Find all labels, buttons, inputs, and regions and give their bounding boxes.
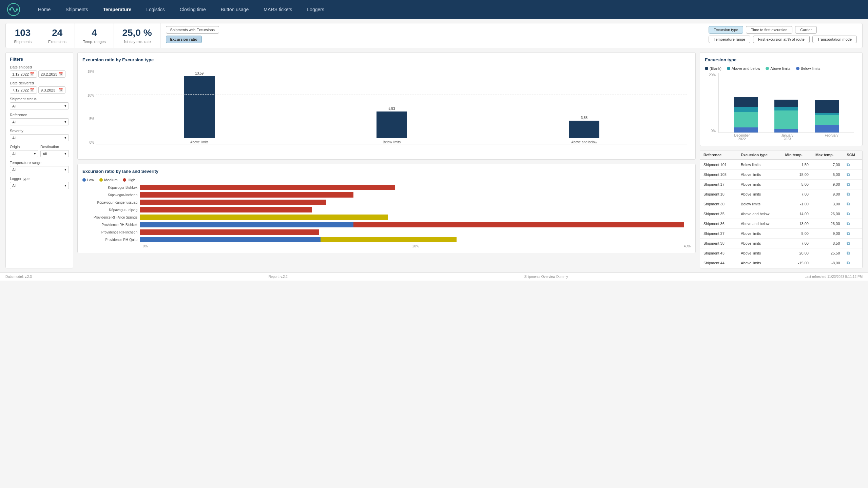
bar-above-below-rect — [569, 121, 599, 138]
nav-item-button-usage[interactable]: Button usage — [213, 0, 256, 19]
col-min-temp: Min temp. — [782, 150, 812, 160]
footer-report: Report: v.2.2 — [268, 275, 288, 279]
excursions-label: Excursions — [48, 40, 66, 44]
bar-above-limits: 13,59 Above limits — [184, 70, 215, 144]
legend-low: Low — [82, 178, 94, 182]
hbar-track — [140, 192, 691, 198]
table-row: Shipment 35Above and below14,0026,00⧉ — [700, 209, 862, 219]
link-icon[interactable]: ⧉ — [843, 209, 862, 219]
col-scm: SCM — [843, 150, 862, 160]
date-shipped-from[interactable]: 1.12.2022 📅 — [10, 70, 37, 78]
gridline — [96, 94, 687, 95]
table-header: Reference Excursion type Min temp. Max t… — [700, 150, 862, 160]
date-delivered-to[interactable]: 9.3.2023 📅 — [38, 86, 65, 94]
hbar-row-label: Providence RH-Alice Springs — [82, 216, 140, 219]
exc-rate-label: 1st day exc. rate — [122, 40, 152, 44]
rpill-first-excursion-at-%-of-route[interactable]: First excursion at % of route — [753, 36, 810, 43]
rpill-carrier[interactable]: Carrier — [795, 26, 817, 34]
destination-select[interactable]: All ▾ — [40, 150, 69, 157]
link-icon[interactable]: ⧉ — [843, 219, 862, 229]
nav-item-closing-time[interactable]: Closing time — [172, 0, 213, 19]
legend-dot-low — [82, 178, 86, 182]
rpill-temperature-range[interactable]: Temperature range — [709, 36, 750, 43]
reference-select[interactable]: All ▾ — [10, 118, 69, 125]
col-excursion-type: Excursion type — [737, 150, 782, 160]
col-max-temp: Max temp. — [812, 150, 843, 160]
filters-title: Filters — [10, 57, 69, 62]
link-icon[interactable]: ⧉ — [843, 160, 862, 170]
nav-item-mars-tickets[interactable]: MARS tickets — [256, 0, 300, 19]
legend-dot-blank — [705, 67, 708, 70]
hbar-chart: Kópavogur-BishkekKópavogur-IncheonKópavo… — [82, 185, 691, 248]
rpill-time-to-first-excursion[interactable]: Time to first excursion — [746, 26, 792, 34]
charts-area: Excursion ratio by Excursion type 15% 10… — [77, 52, 696, 268]
stacked-bar-feb — [815, 100, 839, 133]
legend-below: Below limits — [796, 66, 821, 70]
legend-dot-below — [796, 67, 799, 70]
hbar-track — [140, 207, 691, 212]
nav-item-loggers[interactable]: Loggers — [300, 0, 332, 19]
table-row: Shipment 30Below limits-1,003,00⧉ — [700, 199, 862, 209]
chart3-legend: (Blank) Above and below Above limits Bel… — [705, 66, 857, 70]
severity-group: Severity All ▾ — [10, 129, 69, 141]
calendar-icon: 📅 — [30, 72, 35, 76]
chart3-y-axis: 20% 0% — [705, 73, 717, 133]
legend-high: High — [123, 178, 135, 182]
top-stats-bar: 103 Shipments 24 Excursions 4 Temp. rang… — [5, 23, 863, 48]
nav-item-logistics[interactable]: Logistics — [139, 0, 172, 19]
link-icon[interactable]: ⧉ — [843, 199, 862, 209]
reference-label: Reference — [10, 113, 69, 117]
hbar-row-label: Providence RH-Incheon — [82, 230, 140, 234]
col-reference: Reference — [700, 150, 737, 160]
legend-blank: (Blank) — [705, 66, 721, 70]
date-shipped-group: Date shipped 1.12.2022 📅 28.2.2023 📅 — [10, 65, 69, 78]
date-shipped-row: 1.12.2022 📅 28.2.2023 📅 — [10, 70, 69, 78]
hbar-row: Kópavogur-Leipzig — [82, 207, 691, 212]
link-icon[interactable]: ⧉ — [843, 248, 862, 258]
link-icon[interactable]: ⧉ — [843, 258, 862, 268]
hbar-row: Providence RH-Bishkek — [82, 222, 691, 227]
date-shipped-to[interactable]: 28.2.2023 📅 — [38, 70, 65, 78]
link-icon[interactable]: ⧉ — [843, 180, 862, 189]
origin-select[interactable]: All ▾ — [10, 150, 38, 157]
date-delivered-from[interactable]: 7.12.2022 📅 — [10, 86, 37, 94]
severity-label: Severity — [10, 129, 69, 133]
shipment-status-select[interactable]: All ▾ — [10, 102, 69, 109]
table-row: Shipment 17Above limits-5,00-9,00⧉ — [700, 180, 862, 189]
chart3-body: 20% 0% — [705, 73, 857, 141]
navigation: HomeShipmentsTemperatureLogisticsClosing… — [0, 0, 868, 19]
data-table: Reference Excursion type Min temp. Max t… — [700, 150, 862, 268]
excursion-table: Reference Excursion type Min temp. Max t… — [700, 150, 863, 268]
chart2-title: Excursion ratio by lane and Severity — [82, 169, 691, 174]
severity-select[interactable]: All ▾ — [10, 134, 69, 141]
nav-item-temperature[interactable]: Temperature — [96, 0, 139, 19]
exc-rate-count: 25,0 % — [122, 27, 152, 38]
origin-dest-grid: Origin All ▾ Destination All ▾ — [10, 145, 69, 157]
rpill-excursion-type[interactable]: Excursion type — [709, 26, 743, 34]
destination-label: Destination — [40, 145, 69, 149]
hbar-track — [140, 229, 691, 235]
link-icon[interactable]: ⧉ — [843, 229, 862, 239]
nav-item-shipments[interactable]: Shipments — [58, 0, 95, 19]
shipment-status-group: Shipment status All ▾ — [10, 97, 69, 109]
chart1-y-axis: 15% 10% 5% 0% — [82, 70, 94, 144]
right-filter-pills: Excursion typeTime to first excursionCar… — [703, 23, 862, 48]
nav-item-home[interactable]: Home — [31, 0, 58, 19]
hbar-row-label: Kópavogur-Kangerlussuaq — [82, 201, 140, 204]
rpill-transportation-mode[interactable]: Transportation mode — [812, 36, 857, 43]
table-row: Shipment 43Above limits20,0025,50⧉ — [700, 248, 862, 258]
pill-excursion-ratio[interactable]: Excursion ratio — [166, 36, 202, 43]
svg-point-2 — [16, 8, 18, 11]
table-header-row: Reference Excursion type Min temp. Max t… — [700, 150, 862, 160]
link-icon[interactable]: ⧉ — [843, 189, 862, 199]
chart1-title: Excursion ratio by Excursion type — [82, 57, 691, 62]
gridline — [96, 70, 687, 70]
stacked-bar-dec — [734, 97, 758, 133]
link-icon[interactable]: ⧉ — [843, 170, 862, 180]
link-icon[interactable]: ⧉ — [843, 239, 862, 248]
pill-shipments-with-excursions[interactable]: Shipments with Excursions — [166, 26, 219, 34]
logger-type-select[interactable]: All ▾ — [10, 182, 69, 189]
temp-range-select[interactable]: All ▾ — [10, 166, 69, 173]
date-delivered-group: Date delivered 7.12.2022 📅 9.3.2023 📅 — [10, 81, 69, 94]
footer-model: Data model: v.2.3 — [5, 275, 32, 279]
